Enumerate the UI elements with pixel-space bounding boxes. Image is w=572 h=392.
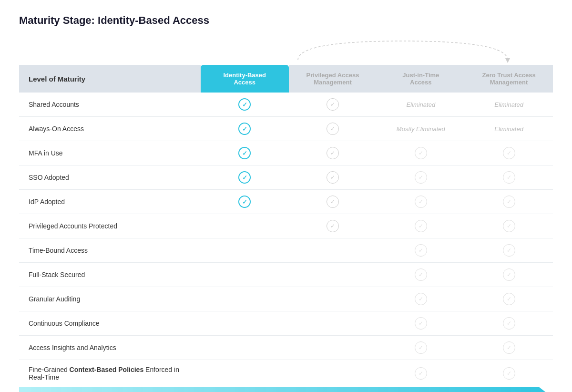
check-dimmer-icon: ✓ bbox=[415, 367, 427, 380]
check-dim-icon: ✓ bbox=[327, 220, 339, 232]
table-row: Granular Auditing✓✓ bbox=[19, 287, 553, 311]
check-dim-icon: ✓ bbox=[327, 196, 339, 208]
table-row: Fine-Grained Context-Based Policies Enfo… bbox=[19, 360, 553, 387]
check-dimmer-icon: ✓ bbox=[503, 317, 515, 330]
check-active-icon: ✓ bbox=[238, 98, 251, 111]
col3-cell: ✓ bbox=[377, 360, 465, 387]
feature-cell: IdP Adopted bbox=[19, 190, 201, 214]
col4-cell: Eliminated bbox=[465, 93, 553, 117]
feature-cell: Access Insights and Analytics bbox=[19, 336, 201, 360]
feature-cell: Privileged Accounts Protected bbox=[19, 214, 201, 238]
check-dimmer-icon: ✓ bbox=[415, 244, 427, 257]
feature-cell: Fine-Grained Context-Based Policies Enfo… bbox=[19, 360, 201, 387]
col3-cell: Eliminated bbox=[377, 93, 465, 117]
col4-cell: Eliminated bbox=[465, 117, 553, 141]
col3-cell: ✓ bbox=[377, 165, 465, 190]
check-dimmer-icon: ✓ bbox=[415, 293, 427, 305]
col3-cell: ✓ bbox=[377, 214, 465, 238]
col2-cell: ✓ bbox=[289, 214, 377, 238]
check-dimmer-icon: ✓ bbox=[503, 220, 515, 232]
col2-cell bbox=[289, 238, 377, 263]
check-dimmer-icon: ✓ bbox=[503, 341, 515, 354]
check-active-icon: ✓ bbox=[238, 196, 251, 208]
table-row: MFA in Use✓✓✓✓ bbox=[19, 141, 553, 165]
feature-cell: SSO Adopted bbox=[19, 165, 201, 190]
col4-cell: ✓ bbox=[465, 263, 553, 287]
col1-cell bbox=[201, 311, 289, 336]
eliminated-text: Eliminated bbox=[494, 101, 523, 108]
col1-cell bbox=[201, 336, 289, 360]
check-dimmer-icon: ✓ bbox=[415, 196, 427, 208]
feature-cell: MFA in Use bbox=[19, 141, 201, 165]
col4-cell: ✓ bbox=[465, 287, 553, 311]
table-row: Privileged Accounts Protected✓✓✓ bbox=[19, 214, 553, 238]
eliminated-text: Eliminated bbox=[406, 101, 435, 108]
check-active-icon: ✓ bbox=[238, 123, 251, 135]
col2-cell bbox=[289, 311, 377, 336]
svg-marker-0 bbox=[505, 58, 510, 63]
table-row: Always-On Access✓✓Mostly EliminatedElimi… bbox=[19, 117, 553, 141]
arrow-container bbox=[19, 36, 553, 65]
col3-cell: ✓ bbox=[377, 190, 465, 214]
col1-cell bbox=[201, 263, 289, 287]
progress-arrow-svg bbox=[279, 36, 527, 64]
feature-cell: Shared Accounts bbox=[19, 93, 201, 117]
col1-cell: ✓ bbox=[201, 165, 289, 190]
check-active-icon: ✓ bbox=[238, 147, 251, 159]
col2-cell: ✓ bbox=[289, 141, 377, 165]
feature-cell: Time-Bound Access bbox=[19, 238, 201, 263]
feature-cell: Always-On Access bbox=[19, 117, 201, 141]
table-row: IdP Adopted✓✓✓✓ bbox=[19, 190, 553, 214]
col1-cell: ✓ bbox=[201, 117, 289, 141]
header-col2: Privileged AccessManagement bbox=[289, 65, 377, 93]
table-row: Access Insights and Analytics✓✓ bbox=[19, 336, 553, 360]
maturity-table: Level of Maturity Identity-BasedAccess P… bbox=[19, 65, 553, 387]
col3-cell: ✓ bbox=[377, 336, 465, 360]
check-dimmer-icon: ✓ bbox=[503, 244, 515, 257]
table-row: Full-Stack Secured✓✓ bbox=[19, 263, 553, 287]
col4-cell: ✓ bbox=[465, 190, 553, 214]
check-dimmer-icon: ✓ bbox=[415, 317, 427, 330]
check-active-icon: ✓ bbox=[238, 171, 251, 184]
check-dimmer-icon: ✓ bbox=[503, 268, 515, 281]
header-col3: Just-in-TimeAccess bbox=[377, 65, 465, 93]
col1-cell bbox=[201, 360, 289, 387]
eliminated-text: Eliminated bbox=[494, 125, 523, 133]
col2-cell bbox=[289, 360, 377, 387]
check-dimmer-icon: ✓ bbox=[503, 293, 515, 305]
col2-cell: ✓ bbox=[289, 165, 377, 190]
page-title: Maturity Stage: Identity-Based Access bbox=[19, 14, 553, 27]
col2-cell bbox=[289, 336, 377, 360]
col1-cell bbox=[201, 287, 289, 311]
check-dim-icon: ✓ bbox=[327, 147, 339, 159]
col3-cell: ✓ bbox=[377, 263, 465, 287]
col3-cell: Mostly Eliminated bbox=[377, 117, 465, 141]
col2-cell: ✓ bbox=[289, 93, 377, 117]
col4-cell: ✓ bbox=[465, 311, 553, 336]
col1-cell bbox=[201, 238, 289, 263]
check-dimmer-icon: ✓ bbox=[415, 220, 427, 232]
col1-cell: ✓ bbox=[201, 93, 289, 117]
col2-cell bbox=[289, 263, 377, 287]
check-dimmer-icon: ✓ bbox=[415, 341, 427, 354]
col3-cell: ✓ bbox=[377, 141, 465, 165]
col4-cell: ✓ bbox=[465, 214, 553, 238]
col1-cell bbox=[201, 214, 289, 238]
col2-cell: ✓ bbox=[289, 117, 377, 141]
col4-cell: ✓ bbox=[465, 360, 553, 387]
col4-cell: ✓ bbox=[465, 141, 553, 165]
col2-cell: ✓ bbox=[289, 190, 377, 214]
check-dim-icon: ✓ bbox=[327, 123, 339, 135]
table-row: SSO Adopted✓✓✓✓ bbox=[19, 165, 553, 190]
check-dimmer-icon: ✓ bbox=[415, 268, 427, 281]
header-col1: Identity-BasedAccess bbox=[201, 65, 289, 93]
table-row: Shared Accounts✓✓EliminatedEliminated bbox=[19, 93, 553, 117]
col3-cell: ✓ bbox=[377, 238, 465, 263]
col4-cell: ✓ bbox=[465, 238, 553, 263]
check-dimmer-icon: ✓ bbox=[503, 171, 515, 184]
header-col4: Zero Trust AccessManagement bbox=[465, 65, 553, 93]
check-dimmer-icon: ✓ bbox=[503, 147, 515, 159]
check-dimmer-icon: ✓ bbox=[503, 367, 515, 380]
col1-cell: ✓ bbox=[201, 141, 289, 165]
table-row: Time-Bound Access✓✓ bbox=[19, 238, 553, 263]
